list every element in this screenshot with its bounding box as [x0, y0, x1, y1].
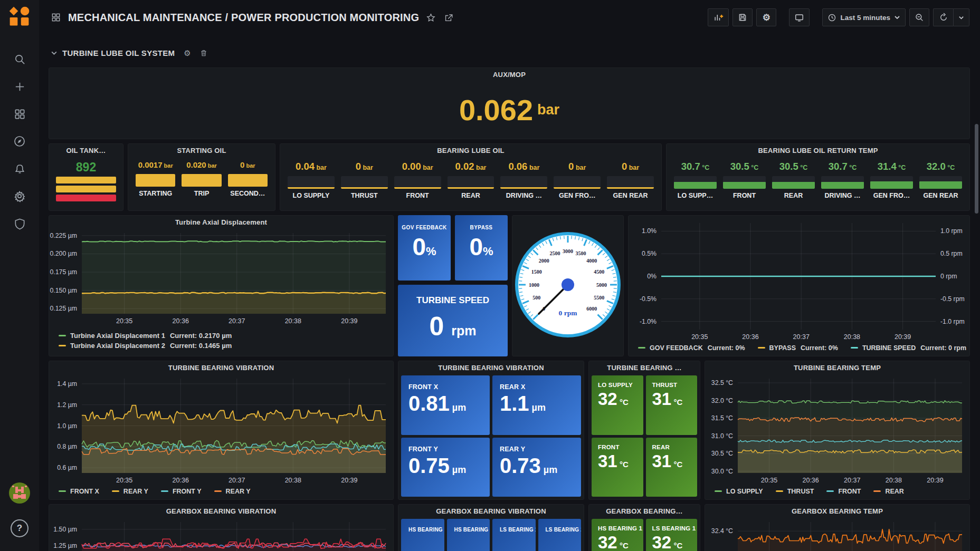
legend-item[interactable]: FRONT: [826, 488, 861, 495]
legend-item[interactable]: Turbine Axial Displacement 2Current: 0.1…: [59, 342, 393, 350]
legend-item[interactable]: REAR Y: [112, 488, 148, 495]
help-icon[interactable]: ?: [11, 519, 28, 537]
starting-oil-bars: 0.0017 barSTARTING0.020 barTRIP0 barSECO…: [128, 157, 275, 210]
panel-starting-oil: STARTING OIL 0.0017 barSTARTING0.020 bar…: [128, 143, 275, 211]
stat-unit: %: [426, 245, 436, 258]
page-scrollbar[interactable]: [975, 124, 978, 214]
star-icon[interactable]: [425, 12, 437, 24]
add-panel-button[interactable]: [708, 8, 729, 26]
svg-text:31.0 °C: 31.0 °C: [711, 432, 733, 440]
svg-text:20:38: 20:38: [285, 477, 301, 484]
panel-title[interactable]: TURBINE BEARING VIBRATION: [398, 361, 584, 374]
search-icon[interactable]: [7, 45, 32, 73]
svg-text:0 rpm: 0 rpm: [940, 273, 957, 280]
legend-item[interactable]: FRONT X: [59, 488, 99, 495]
turbine-bearing-vibration-chart[interactable]: 1.4 µm1.2 µm1.0 µm0.8 µm0.6 µm20:3520:36…: [49, 374, 393, 487]
server-admin-shield-icon[interactable]: [7, 210, 32, 237]
legend-item[interactable]: THRUST: [776, 488, 814, 495]
stat-label: TURBINE SPEED: [398, 295, 508, 306]
panel-title[interactable]: OIL TANK…: [49, 144, 123, 157]
panel-title[interactable]: STARTING OIL: [128, 144, 275, 157]
svg-text:-1.0 rpm: -1.0 rpm: [940, 318, 965, 325]
panel-title[interactable]: GEARBOX BEARING…: [589, 505, 700, 518]
svg-text:0%: 0%: [647, 273, 656, 280]
share-icon[interactable]: [443, 12, 455, 24]
panel-title[interactable]: GEARBOX BEARING VIBRATION: [49, 505, 393, 518]
bar-gauge: 0.02 barREAR: [446, 160, 496, 210]
explore-compass-icon[interactable]: [7, 128, 32, 155]
user-avatar[interactable]: [9, 482, 30, 506]
svg-text:5500: 5500: [594, 295, 604, 301]
legend-item[interactable]: FRONT Y: [161, 488, 202, 495]
svg-text:1.0 µm: 1.0 µm: [57, 422, 77, 430]
panel-turbine-bearing-vibration-stats: TURBINE BEARING VIBRATION FRONT X0.81 µm…: [398, 361, 584, 500]
zoom-out-button[interactable]: [909, 8, 929, 26]
svg-text:-0.5%: -0.5%: [640, 295, 656, 303]
stat-tile: LO SUPPLY32 °C: [592, 375, 643, 435]
refresh-interval-dropdown[interactable]: [953, 8, 969, 26]
bar-gauge: 30.7 °CDRIVING …: [820, 160, 865, 210]
svg-text:0.125 µm: 0.125 µm: [50, 305, 77, 312]
panel-title[interactable]: TURBINE BEARING TEMP: [705, 361, 969, 374]
svg-text:0 rpm: 0 rpm: [559, 309, 578, 317]
time-range-picker[interactable]: Last 5 minutes: [822, 8, 906, 26]
bar-gauge: 0 barSECOND…: [227, 160, 269, 210]
dashboard-title[interactable]: MECHANICAL MAINTENANCE / POWER PRODUCTIO…: [68, 12, 419, 24]
add-icon[interactable]: [7, 73, 32, 100]
tv-cycle-button[interactable]: [789, 8, 810, 26]
dashboards-icon[interactable]: [7, 100, 32, 128]
configuration-gear-icon[interactable]: [7, 182, 32, 210]
panel-bearing-lube-oil: BEARING LUBE OIL 0.04 barLO SUPPLY0 barT…: [280, 143, 662, 211]
svg-text:1000: 1000: [529, 282, 539, 288]
legend-item[interactable]: BYPASSCurrent: 0%: [758, 344, 838, 352]
gearbox-bearing-temp-chart[interactable]: 32.4 °C20:3520:3620:3720:3820:39: [705, 518, 969, 551]
axial-displacement-chart[interactable]: 0.225 µm0.200 µm0.175 µm0.150 µm0.125 µm…: [49, 229, 393, 327]
stat-value: 0: [430, 312, 444, 341]
svg-text:-1.0%: -1.0%: [640, 318, 656, 325]
panel-title[interactable]: BEARING LUBE OIL: [280, 144, 661, 157]
svg-text:20:35: 20:35: [116, 477, 132, 484]
oil-tank-segment: [56, 195, 116, 201]
legend-item[interactable]: GOV FEEDBACKCurrent: 0%: [638, 344, 745, 352]
panel-title[interactable]: AUX/MOP: [49, 68, 969, 81]
panel-gearbox-bearing-vibration-chart: GEARBOX BEARING VIBRATION 1.50 µm1.25 µm…: [49, 504, 394, 551]
panel-title[interactable]: Turbine Axial Displacement: [49, 216, 393, 229]
row-settings-gear-icon[interactable]: ⚙: [184, 49, 191, 57]
panel-gearbox-bearing-temp-chart: GEARBOX BEARING TEMP 32.4 °C20:3520:3620…: [705, 504, 970, 551]
chart-legend: GOV FEEDBACKCurrent: 0%BYPASSCurrent: 0%…: [629, 343, 969, 356]
save-dashboard-button[interactable]: [732, 8, 753, 26]
row-delete-trash-icon[interactable]: [200, 49, 207, 57]
alerting-bell-icon[interactable]: [7, 155, 32, 182]
stat-value: 0: [412, 233, 426, 260]
svg-text:30.0 °C: 30.0 °C: [711, 468, 733, 475]
stat-tile: LS BEARING 1 X: [492, 519, 536, 551]
legend-item[interactable]: Turbine Axial Displacement 1Current: 0.2…: [59, 332, 393, 340]
panel-title[interactable]: TURBINE BEARING VIBRATION: [49, 361, 393, 374]
chevron-down-icon: [51, 50, 58, 56]
grafana-dashboard: ? MECHANICAL MAINTENANCE / POWER PRODUCT…: [0, 0, 980, 551]
speed-feedback-chart[interactable]: 1.0%0.5%0%-0.5%-1.0%1.0 rpm0.5 rpm0 rpm-…: [629, 219, 969, 343]
panel-title[interactable]: BEARING LUBE OIL RETURN TEMP: [667, 144, 969, 157]
legend-item[interactable]: REAR: [873, 488, 903, 495]
svg-text:1500: 1500: [531, 269, 542, 275]
svg-text:0.150 µm: 0.150 µm: [50, 287, 77, 294]
svg-text:20:37: 20:37: [844, 477, 860, 484]
panel-title[interactable]: GEARBOX BEARING VIBRATION: [398, 505, 584, 518]
legend-item[interactable]: LO SUPPLY: [715, 488, 763, 495]
stat-tile: HS BEARING 1 X: [401, 519, 444, 551]
svg-text:1.0%: 1.0%: [642, 227, 656, 235]
panel-gearbox-bearing-vibration-stats: GEARBOX BEARING VIBRATION HS BEARING 1 X…: [398, 504, 584, 551]
grafana-logo-icon[interactable]: [8, 5, 31, 31]
turbine-bearing-temp-chart[interactable]: 32.5 °C32.0 °C31.5 °C31.0 °C30.5 °C30.0 …: [705, 374, 969, 487]
turbine-speed-gauge: 0500100015002000250030003500400045005000…: [512, 219, 624, 352]
legend-item[interactable]: REAR Y: [214, 488, 251, 495]
gearbox-bearing-vibration-chart[interactable]: 1.50 µm1.25 µm20:3520:3620:3720:3820:39: [49, 518, 393, 551]
panel-title[interactable]: TURBINE BEARING …: [589, 361, 700, 374]
panel-title[interactable]: GEARBOX BEARING TEMP: [705, 505, 969, 518]
dashboard-settings-button[interactable]: ⚙: [756, 8, 776, 26]
legend-item[interactable]: TURBINE SPEEDCurrent: 0 rpm: [851, 344, 966, 352]
row-header[interactable]: TURBINE LUBE OIL SYSTEM ⚙: [51, 49, 207, 57]
bar-gauge: 0 barGEN FRO…: [553, 160, 602, 210]
svg-text:6000: 6000: [586, 306, 597, 312]
refresh-button[interactable]: [933, 8, 953, 26]
